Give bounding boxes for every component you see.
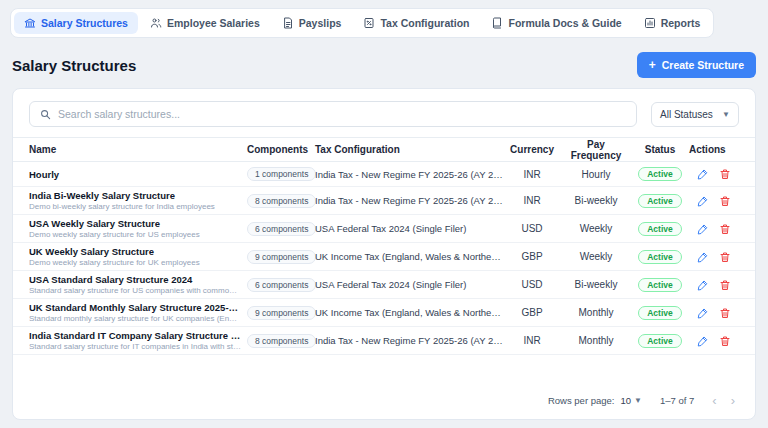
status-filter-value: All Statuses <box>660 109 713 120</box>
table-row[interactable]: USA Weekly Salary Structure Demo weekly … <box>13 215 755 243</box>
currency-value: INR <box>509 195 555 206</box>
pay-frequency-value: Bi-weekly <box>561 279 631 290</box>
status-filter-dropdown[interactable]: All Statuses ▼ <box>651 102 739 127</box>
pagination-range: 1–7 of 7 <box>660 395 694 406</box>
bank-icon <box>24 17 36 29</box>
pay-frequency-value: Weekly <box>561 251 631 262</box>
currency-value: USD <box>509 279 555 290</box>
book-icon <box>491 17 503 29</box>
search-icon <box>40 109 51 120</box>
status-badge: Active <box>638 222 682 236</box>
people-icon <box>150 17 162 29</box>
search-input[interactable] <box>58 108 626 120</box>
structure-name: India Standard IT Company Salary Structu… <box>29 330 241 341</box>
table-row[interactable]: USA Standard Salary Structure 2024 Stand… <box>13 271 755 299</box>
delete-icon[interactable] <box>719 279 731 291</box>
delete-icon[interactable] <box>719 168 731 180</box>
delete-icon[interactable] <box>719 251 731 263</box>
create-structure-button[interactable]: + Create Structure <box>637 52 756 78</box>
tab-label: Employee Salaries <box>167 17 260 29</box>
previous-page-button[interactable]: ‹ <box>712 394 716 407</box>
header-currency: Currency <box>509 144 555 155</box>
tax-configuration-value: India Tax - New Regime FY 2025-26 (AY 20… <box>315 195 503 206</box>
status-badge: Active <box>638 167 682 181</box>
page-title: Salary Structures <box>12 57 136 74</box>
top-tab-bar: Salary Structures Employee Salaries Pays… <box>10 8 714 38</box>
table-header-row: Name Components Tax Configuration Curren… <box>13 137 755 162</box>
structures-card: All Statuses ▼ Name Components Tax Confi… <box>12 88 756 420</box>
structure-name-cell: UK Standard Monthly Salary Structure 202… <box>29 302 241 323</box>
table-row[interactable]: India Standard IT Company Salary Structu… <box>13 327 755 355</box>
plus-icon: + <box>649 59 656 71</box>
edit-icon[interactable] <box>697 223 709 235</box>
status-badge: Active <box>638 334 682 348</box>
tax-configuration-value: UK Income Tax (England, Wales & Northern… <box>315 251 503 262</box>
tab-formula-docs[interactable]: Formula Docs & Guide <box>481 12 631 34</box>
tab-label: Formula Docs & Guide <box>508 17 621 29</box>
delete-icon[interactable] <box>719 335 731 347</box>
pay-frequency-value: Hourly <box>561 169 631 180</box>
tab-label: Salary Structures <box>41 17 128 29</box>
row-actions <box>689 251 739 263</box>
tab-label: Reports <box>661 17 701 29</box>
row-actions <box>689 335 739 347</box>
edit-icon[interactable] <box>697 251 709 263</box>
tab-label: Tax Configuration <box>380 17 469 29</box>
structure-name: UK Standard Monthly Salary Structure 202… <box>29 302 241 313</box>
next-page-button[interactable]: › <box>731 394 735 407</box>
pay-frequency-value: Monthly <box>561 307 631 318</box>
tab-salary-structures[interactable]: Salary Structures <box>14 12 138 34</box>
table-row[interactable]: UK Standard Monthly Salary Structure 202… <box>13 299 755 327</box>
edit-icon[interactable] <box>697 195 709 207</box>
edit-icon[interactable] <box>697 168 709 180</box>
tab-reports[interactable]: Reports <box>634 12 711 34</box>
bar-chart-icon <box>644 17 656 29</box>
delete-icon[interactable] <box>719 223 731 235</box>
rows-per-page-label: Rows per page: <box>548 395 615 406</box>
header-tax-configuration: Tax Configuration <box>315 144 503 155</box>
header-actions: Actions <box>689 144 739 155</box>
structure-name-cell: India Bi-Weekly Salary Structure Demo bi… <box>29 190 241 211</box>
structure-name-cell: India Standard IT Company Salary Structu… <box>29 330 241 351</box>
tab-payslips[interactable]: Payslips <box>272 12 352 34</box>
components-badge: 1 components <box>247 167 316 181</box>
table-footer: Rows per page: 10 ▼ 1–7 of 7 ‹ › <box>13 384 755 419</box>
chevron-down-icon: ▼ <box>722 110 730 119</box>
structure-name: USA Standard Salary Structure 2024 <box>29 274 241 285</box>
components-badge: 9 components <box>247 250 316 264</box>
structure-name: Hourly <box>29 169 241 180</box>
pager: ‹ › <box>712 394 735 407</box>
edit-icon[interactable] <box>697 279 709 291</box>
row-actions <box>689 279 739 291</box>
table-body: Hourly 1 components India Tax - New Regi… <box>13 162 755 355</box>
delete-icon[interactable] <box>719 307 731 319</box>
edit-icon[interactable] <box>697 335 709 347</box>
pay-frequency-value: Weekly <box>561 223 631 234</box>
rows-per-page: Rows per page: 10 ▼ <box>548 395 642 406</box>
table-row[interactable]: Hourly 1 components India Tax - New Regi… <box>13 162 755 187</box>
edit-icon[interactable] <box>697 307 709 319</box>
row-actions <box>689 168 739 180</box>
tab-employee-salaries[interactable]: Employee Salaries <box>140 12 270 34</box>
document-icon <box>282 17 294 29</box>
components-badge: 6 components <box>247 222 316 236</box>
structure-name-cell: USA Standard Salary Structure 2024 Stand… <box>29 274 241 295</box>
rows-per-page-value: 10 <box>620 395 631 406</box>
components-badge: 9 components <box>247 306 316 320</box>
currency-value: GBP <box>509 307 555 318</box>
table-row[interactable]: India Bi-Weekly Salary Structure Demo bi… <box>13 187 755 215</box>
pay-frequency-value: Bi-weekly <box>561 195 631 206</box>
status-badge: Active <box>638 250 682 264</box>
row-actions <box>689 195 739 207</box>
tax-configuration-value: USA Federal Tax 2024 (Single Filer) <box>315 279 503 290</box>
structure-description: Demo weekly salary structure for UK empl… <box>29 258 241 267</box>
rows-per-page-select[interactable]: 10 ▼ <box>620 395 642 406</box>
delete-icon[interactable] <box>719 195 731 207</box>
structure-description: Demo weekly salary structure for US empl… <box>29 230 241 239</box>
tab-tax-configuration[interactable]: Tax Configuration <box>353 12 479 34</box>
table-row[interactable]: UK Weekly Salary Structure Demo weekly s… <box>13 243 755 271</box>
status-badge: Active <box>638 278 682 292</box>
search-box <box>29 101 637 127</box>
currency-value: INR <box>509 335 555 346</box>
page-header: Salary Structures + Create Structure <box>12 52 756 78</box>
